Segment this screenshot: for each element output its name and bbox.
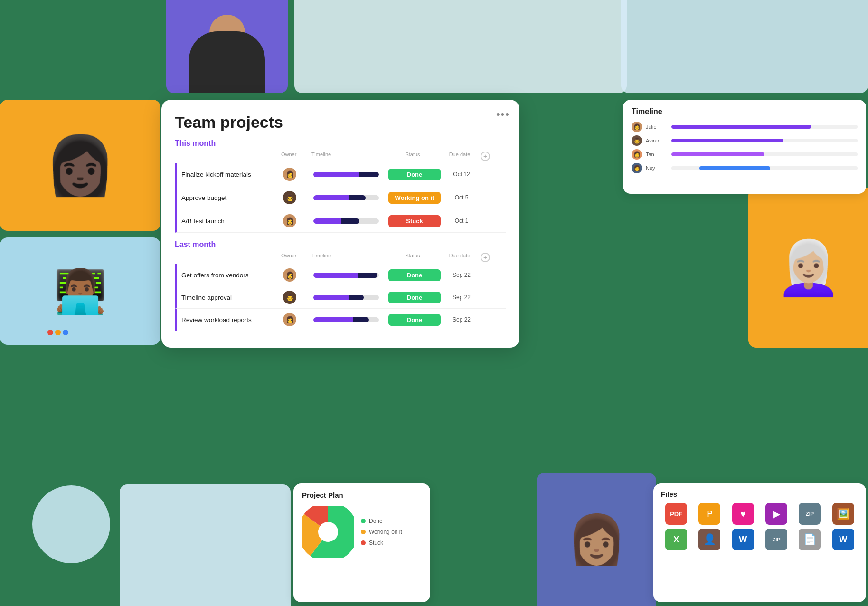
timeline-bar-wrap [313,273,379,278]
bottom-left-rect [120,484,291,606]
photo-woman-yellow: 👩🏿 [0,100,160,231]
file-item[interactable]: ZIP [761,529,792,551]
project-board: ••• Team projects This month Owner Timel… [161,100,519,348]
timeline-person-name: Noy [646,165,668,171]
timeline-avatar: 👩 [632,149,642,160]
task-row: Approve budget 👨 Working on it Oct 5 [175,186,506,209]
task-name: Timeline approval [181,294,281,301]
photo-woman-orange: 👩🏼‍🦳 [748,188,868,348]
owner-avatar: 👨 [283,191,296,204]
pie-chart [302,506,354,558]
timeline-bar-wrap [313,195,379,200]
file-item[interactable]: W [728,529,758,551]
owner-avatar: 👩 [283,168,296,181]
add-col-btn[interactable]: + [481,152,490,161]
files-card: Files PDF P ♥ ▶ ZIP 🖼️ X [653,483,866,602]
file-item[interactable]: 🖼️ [828,503,859,526]
task-row: A/B test launch 👩 Stuck Oct 1 [175,209,506,233]
timeline-row: 👩 Noy [632,163,858,173]
svg-point-3 [319,522,338,541]
task-row: Get offers from vendors 👩 Done Sep 22 [175,264,506,286]
timeline-person-name: Julie [646,124,668,130]
photo-man-laptop: 👨🏾‍💻 [0,237,160,345]
timeline-row: 👨 Aviran [632,135,858,146]
owner-avatar: 👩 [283,214,296,227]
section2-title: Last month [175,240,506,249]
owner-avatar: 👨 [283,291,296,304]
timeline-person-name: Aviran [646,138,668,143]
file-item[interactable]: P [694,503,725,526]
task-name: Review workload reports [181,316,281,323]
legend-item-done: Done [361,518,402,524]
timeline-row: 👩 Julie [632,122,858,132]
timeline-bar-fill [699,166,770,170]
file-item[interactable]: ▶ [761,503,792,526]
photo-woman-bottom: 👩🏽 [537,473,656,606]
timeline-bar-bg [671,152,858,156]
timeline-row: 👩 Tan [632,149,858,160]
timeline-avatar: 👩 [632,163,642,173]
task-name: Get offers from vendors [181,272,281,279]
timeline-bar-fill [671,152,764,156]
timeline-title: Timeline [632,107,858,116]
files-title: Files [661,490,859,498]
legend-item-working: Working on it [361,529,402,535]
task-name: Finalize kickoff materials [181,171,281,178]
file-item[interactable]: 👤 [694,529,725,551]
three-dots-menu[interactable]: ••• [496,108,510,121]
status-badge-done[interactable]: Done [388,314,441,326]
task-row: Timeline approval 👨 Done Sep 22 [175,286,506,309]
timeline-bar-bg [671,139,858,142]
timeline-bar-wrap [313,218,379,224]
timeline-avatar: 👨 [632,135,642,146]
photo-man-top [166,0,288,93]
status-badge-working[interactable]: Working on it [388,192,441,204]
owner-avatar: 👩 [283,268,296,282]
status-badge-done[interactable]: Done [388,292,441,303]
timeline-avatar: 👩 [632,122,642,132]
timeline-bar-bg [671,125,858,129]
timeline-card: Timeline 👩 Julie 👨 Aviran 👩 Tan 👩 Noy [623,100,866,194]
table-header-1: Owner Timeline Status Due date + [175,152,506,163]
top-right-light-card [294,0,627,93]
section1-title: This month [175,139,506,148]
files-grid: PDF P ♥ ▶ ZIP 🖼️ X 👤 [661,503,859,551]
status-badge-done[interactable]: Done [388,269,441,281]
board-title: Team projects [175,113,506,132]
working-on-it-label: Working on it [369,529,402,535]
file-item[interactable]: ♥ [728,503,758,526]
table-header-2: Owner Timeline Status Due date + [175,253,506,264]
project-plan-title: Project Plan [302,491,422,499]
status-badge-stuck[interactable]: Stuck [388,215,441,227]
top-far-right-card [621,0,868,93]
project-plan-card: Project Plan Done Working on it Stu [293,483,430,602]
due-date: Oct 12 [443,171,481,178]
file-item[interactable]: ZIP [794,503,825,526]
timeline-bar-fill [671,139,783,142]
monday-logo [47,330,68,335]
due-date: Oct 1 [443,218,481,224]
circle-decoration [32,485,110,563]
timeline-bar-wrap [313,172,379,177]
timeline-bar-bg [671,166,858,170]
task-name: Approve budget [181,194,281,201]
file-item[interactable]: W [828,529,859,551]
status-badge-done[interactable]: Done [388,169,441,180]
task-row: Finalize kickoff materials 👩 Done Oct 12 [175,163,506,186]
task-name: A/B test launch [181,218,281,225]
timeline-bar-wrap [313,317,379,322]
owner-avatar: 👩 [283,313,296,326]
add-col-btn-2[interactable]: + [481,253,490,262]
due-date: Sep 22 [443,316,481,323]
task-row: Review workload reports 👩 Done Sep 22 [175,309,506,331]
file-item[interactable]: PDF [661,503,691,526]
file-item[interactable]: X [661,529,691,551]
timeline-bar-wrap [313,295,379,300]
file-item[interactable]: 📄 [794,529,825,551]
due-date: Sep 22 [443,294,481,301]
timeline-person-name: Tan [646,152,668,157]
legend-item-stuck: Stuck [361,540,402,546]
due-date: Sep 22 [443,272,481,278]
plan-legend: Done Working on it Stuck [361,518,402,546]
timeline-bar-fill [671,125,811,129]
